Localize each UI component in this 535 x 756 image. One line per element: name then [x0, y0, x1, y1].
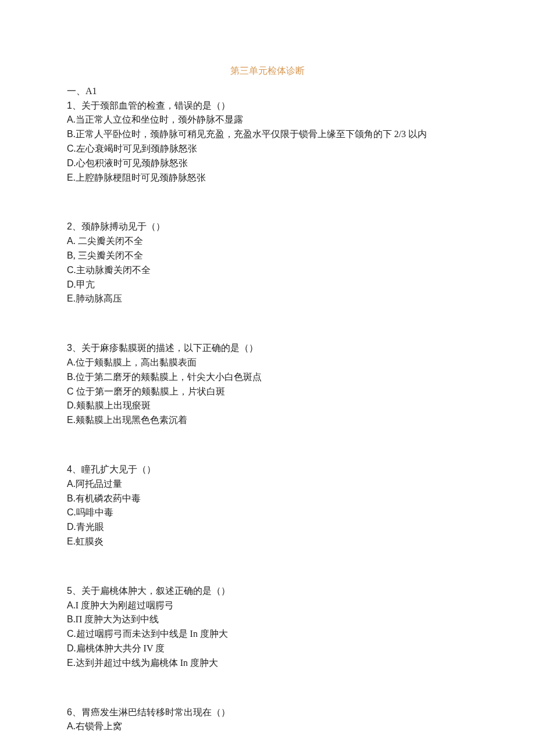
- option-letter: A: [67, 114, 73, 124]
- option-text: 位于第二磨牙的颊黏膜上，针尖大小白色斑点: [76, 372, 262, 382]
- option: D.青光眼: [67, 520, 468, 535]
- question-number: 6: [67, 707, 72, 717]
- question-block: 3、关于麻疹黏膜斑的描述，以下正确的是（）A.位于颊黏膜上，高出黏膜表面B.位于…: [67, 341, 468, 428]
- option-letter: E: [67, 658, 73, 668]
- option-text: 颊黏膜上出现瘀斑: [76, 400, 151, 410]
- option: E.上腔静脉梗阻时可见颈静脉怒张: [67, 171, 468, 185]
- question-stem: 3、关于麻疹黏膜斑的描述，以下正确的是（）: [67, 341, 468, 356]
- option-text: 左心衰竭时可见到颈静脉怒张: [76, 144, 197, 153]
- option: C.左心衰竭时可见到颈静脉怒张: [67, 142, 468, 156]
- option-text: 青光眼: [76, 522, 104, 532]
- option-letter: C: [67, 144, 74, 153]
- option-letter: D: [67, 158, 74, 168]
- question-stem: 2、颈静脉搏动见于（）: [67, 220, 468, 234]
- option: A. 二尖瓣关闭不全: [67, 234, 468, 249]
- option: B.Π 度肿大为达到中线: [67, 612, 468, 627]
- option-text: Π 度肿大为达到中线: [76, 614, 159, 624]
- option: C.超过咽腭弓而未达到中线是 In 度肿大: [67, 627, 468, 642]
- option-letter: A: [67, 721, 73, 731]
- option-text: 达到并超过中线为扁桃体 In 度肿大: [76, 658, 218, 668]
- question-number: 3: [67, 343, 72, 353]
- option: C.吗啡中毒: [67, 506, 468, 520]
- option-text: 虹膜炎: [76, 536, 104, 546]
- option-letter: E: [67, 293, 73, 303]
- option-text: 吗啡中毒: [76, 507, 113, 517]
- option-letter: C: [67, 629, 74, 639]
- question-block: 4、瞳孔扩大见于（）A.阿托品过量B.有机磷农药中毒C.吗啡中毒D.青光眼E.虹…: [67, 463, 468, 549]
- option-text: 正常人平卧位时，颈静脉可稍见充盈，充盈水平仅限于锁骨上缘至下颌角的下 2/3 以…: [76, 129, 427, 139]
- question-number: 4: [67, 464, 72, 474]
- question-separator: 、: [72, 221, 81, 231]
- option: E.颊黏膜上出现黑色色素沉着: [67, 413, 468, 428]
- question-stem-text: 颈静脉搏动见于（）: [81, 221, 165, 231]
- question-block: 1、关于颈部血管的检查，错误的是（）A.当正常人立位和坐位时，颈外静脉不显露B.…: [67, 99, 468, 185]
- option-text: 有机磷农药中毒: [76, 493, 141, 503]
- option: A.阿托品过量: [67, 477, 468, 492]
- option-text: 上腔静脉梗阻时可见颈静脉怒张: [76, 173, 206, 182]
- question-separator: 、: [72, 707, 81, 717]
- option: C 位于第一磨牙的颊黏膜上，片状白斑: [67, 385, 468, 399]
- question-stem-text: 关于扁桃体肿大，叙述正确的是（）: [81, 586, 230, 596]
- option-letter: B: [67, 250, 73, 260]
- question-stem: 1、关于颈部血管的检查，错误的是（）: [67, 99, 468, 113]
- option-letter: B: [67, 493, 73, 503]
- page-title: 第三单元检体诊断: [67, 64, 468, 78]
- option: A.当正常人立位和坐位时，颈外静脉不显露: [67, 113, 468, 127]
- option: A.位于颊黏膜上，高出黏膜表面: [67, 356, 468, 370]
- option-letter: A: [67, 236, 73, 246]
- option-text: 颊黏膜上出现黑色色素沉着: [76, 415, 187, 425]
- option: D.甲亢: [67, 278, 468, 292]
- question-stem-text: 关于颈部血管的检查，错误的是（）: [81, 101, 230, 110]
- option-text: 右锁骨上窝: [76, 721, 122, 731]
- option: D.扁桃体肿大共分 IV 度: [67, 642, 468, 656]
- question-number: 1: [67, 101, 72, 110]
- option: E.肺动脉高压: [67, 292, 468, 306]
- option-separator: .: [73, 236, 78, 246]
- option: D.心包积液时可见颈静脉怒张: [67, 156, 468, 171]
- option-letter: D: [67, 522, 74, 532]
- question-separator: 、: [72, 101, 81, 110]
- question-stem-text: 瞳孔扩大见于（）: [81, 464, 156, 474]
- option-text: 主动脉瓣关闭不全: [76, 265, 151, 275]
- option: B.正常人平卧位时，颈静脉可稍见充盈，充盈水平仅限于锁骨上缘至下颌角的下 2/3…: [67, 127, 468, 142]
- option-letter: A: [67, 600, 73, 610]
- option-text: 三尖瓣关闭不全: [78, 250, 143, 260]
- option-separator: ,: [73, 250, 78, 260]
- option-text: 心包积液时可见颈静脉怒张: [76, 158, 188, 168]
- questions-container: 1、关于颈部血管的检查，错误的是（）A.当正常人立位和坐位时，颈外静脉不显露B.…: [67, 99, 468, 734]
- question-stem-text: 关于麻疹黏膜斑的描述，以下正确的是（）: [81, 343, 258, 353]
- option-letter: A: [67, 357, 73, 367]
- option: A.右锁骨上窝: [67, 719, 468, 734]
- question-separator: 、: [72, 343, 81, 353]
- option-text: 阿托品过量: [76, 479, 122, 489]
- option-letter: E: [67, 415, 73, 425]
- option: E.达到并超过中线为扁桃体 In 度肿大: [67, 656, 468, 671]
- option-letter: C: [67, 386, 74, 396]
- option-letter: D: [67, 400, 74, 410]
- option-text: 扁桃体肿大共分 IV 度: [76, 643, 165, 653]
- option-text: 超过咽腭弓而未达到中线是 In 度肿大: [76, 629, 228, 639]
- option-text: 当正常人立位和坐位时，颈外静脉不显露: [76, 114, 243, 124]
- option: A.I 度肿大为刚超过咽腭弓: [67, 599, 468, 613]
- question-block: 6、胃癌发生淋巴结转移时常出现在（）A.右锁骨上窝: [67, 705, 468, 734]
- option: B.位于第二磨牙的颊黏膜上，针尖大小白色斑点: [67, 370, 468, 385]
- option: B, 三尖瓣关闭不全: [67, 249, 468, 263]
- option-text: 肺动脉高压: [76, 293, 122, 303]
- option-text: 甲亢: [76, 280, 95, 289]
- option: E.虹膜炎: [67, 535, 468, 549]
- option-text: 二尖瓣关闭不全: [78, 236, 143, 246]
- question-stem: 4、瞳孔扩大见于（）: [67, 463, 468, 477]
- option-letter: B: [67, 614, 73, 624]
- document-page: 第三单元检体诊断 一、A1 1、关于颈部血管的检查，错误的是（）A.当正常人立位…: [0, 0, 535, 756]
- option-text: I 度肿大为刚超过咽腭弓: [76, 600, 174, 610]
- option-letter: B: [67, 372, 73, 382]
- question-stem: 6、胃癌发生淋巴结转移时常出现在（）: [67, 705, 468, 720]
- question-stem-text: 胃癌发生淋巴结转移时常出现在（）: [81, 707, 230, 717]
- question-block: 5、关于扁桃体肿大，叙述正确的是（）A.I 度肿大为刚超过咽腭弓B.Π 度肿大为…: [67, 584, 468, 671]
- question-separator: 、: [72, 586, 81, 596]
- question-number: 2: [67, 221, 72, 231]
- option-letter: B: [67, 129, 73, 139]
- option: D.颊黏膜上出现瘀斑: [67, 399, 468, 413]
- section-label-text: 一、A1: [67, 86, 97, 96]
- question-number: 5: [67, 586, 72, 596]
